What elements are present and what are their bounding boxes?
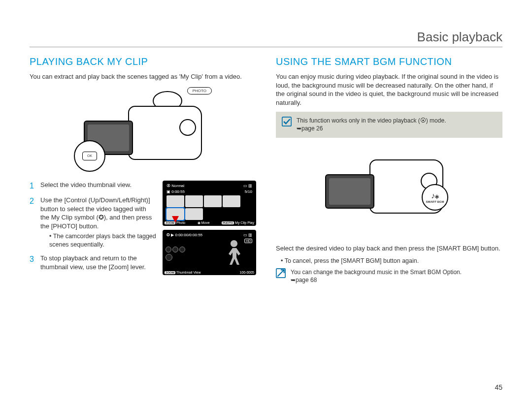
thumbnail <box>204 195 222 207</box>
person-silhouette-icon <box>217 238 251 267</box>
step-text: Select the video thumbnail view. <box>40 181 132 191</box>
thumbnail <box>185 195 203 207</box>
section-title: Basic playback <box>30 30 502 47</box>
right-column: USING THE SMART BGM FUNCTION You can enj… <box>276 56 502 284</box>
playback-controls <box>166 247 185 261</box>
ok-button-icon: OK <box>82 152 97 160</box>
thumbnail <box>166 195 184 207</box>
heading-bgm: USING THE SMART BGM FUNCTION <box>276 56 502 67</box>
step-number: 2 <box>30 196 35 249</box>
thumbnail <box>223 195 240 207</box>
step-number: 1 <box>30 181 35 191</box>
camcorder-illustration-right: ♪⁎ SMART BGM <box>276 145 502 238</box>
fwd-icon <box>179 247 185 252</box>
thumbnail <box>185 208 203 220</box>
cancel-instruction: To cancel, press the [SMART BGM] button … <box>281 257 502 264</box>
page-ref: ➥page 68 <box>291 277 317 283</box>
step-text: To stop playback and return to the thumb… <box>40 254 157 271</box>
step-sub-bullet: The camcorder plays back the tagged scen… <box>49 232 157 249</box>
stop-icon <box>166 254 172 261</box>
pause-icon <box>172 247 178 252</box>
mode-indicator: ⦿ Normal <box>166 184 184 188</box>
lcd-thumbnail-screen: ⦿ Normal ▭ ▥ ▣ 0:00:55 5/10 <box>163 181 256 226</box>
left-column: PLAYING BACK MY CLIP You can extract and… <box>30 56 256 284</box>
info-text: This function works only in the video pl… <box>297 117 446 124</box>
note-text: You can change the background music in t… <box>291 269 462 276</box>
intro-bgm: You can enjoy music during video playbac… <box>276 72 502 107</box>
step-number: 3 <box>30 254 35 271</box>
smart-bgm-button-callout: ♪⁎ SMART BGM <box>422 184 448 211</box>
thumbnail-selected <box>166 208 184 220</box>
check-icon <box>282 117 292 126</box>
camcorder-body-icon <box>128 106 202 160</box>
battery-icon: ▭ ▥ <box>243 233 252 237</box>
playback-time: 0:00:00/0:00:55 <box>175 233 202 237</box>
note-row: You can change the background music in t… <box>276 268 502 284</box>
music-note-icon: ♪⁎ <box>431 191 439 200</box>
heading-myclip: PLAYING BACK MY CLIP <box>30 56 256 67</box>
lcd-screen-icon <box>325 174 374 209</box>
step-text: Use the [Control (Up/Down/Left/Right)] b… <box>40 196 152 230</box>
elapsed-time: ▣ 0:00:55 <box>166 189 185 194</box>
lens-icon <box>179 119 196 136</box>
camcorder-illustration-left: PHOTO OK <box>30 86 256 175</box>
file-number: 100-0005 <box>239 271 254 274</box>
note-icon <box>276 268 286 278</box>
photo-button-callout: PHOTO <box>187 87 212 94</box>
zoom-tag: ZOOM <box>165 271 175 274</box>
instruction-bgm: Select the desired video to play back an… <box>276 244 502 253</box>
page-number: 45 <box>495 383 502 391</box>
control-pad-callout: OK <box>74 140 105 172</box>
photo-tag: PHOTO <box>222 221 234 224</box>
svg-rect-0 <box>282 117 291 126</box>
thumbnail-grid <box>165 194 254 221</box>
rew-icon <box>166 247 171 252</box>
step-1: 1 Select the video thumbnail view. <box>30 181 157 191</box>
page-ref: ➥page 26 <box>297 125 323 132</box>
info-box-mode: This function works only in the video pl… <box>276 112 502 137</box>
step-2: 2 Use the [Control (Up/Down/Left/Right)]… <box>30 196 157 249</box>
step-3: 3 To stop playback and return to the thu… <box>30 254 157 271</box>
clip-count: 5/10 <box>244 189 252 194</box>
lcd-playback-screen: ✪ ▶ 0:00:00/0:00:55 ▭ ▥ HD ZOOM Thumbnai… <box>163 230 256 275</box>
intro-myclip: You can extract and play back the scenes… <box>30 72 256 81</box>
battery-icon: ▭ ▥ <box>243 184 252 188</box>
zoom-tag: ZOOM <box>165 221 175 224</box>
